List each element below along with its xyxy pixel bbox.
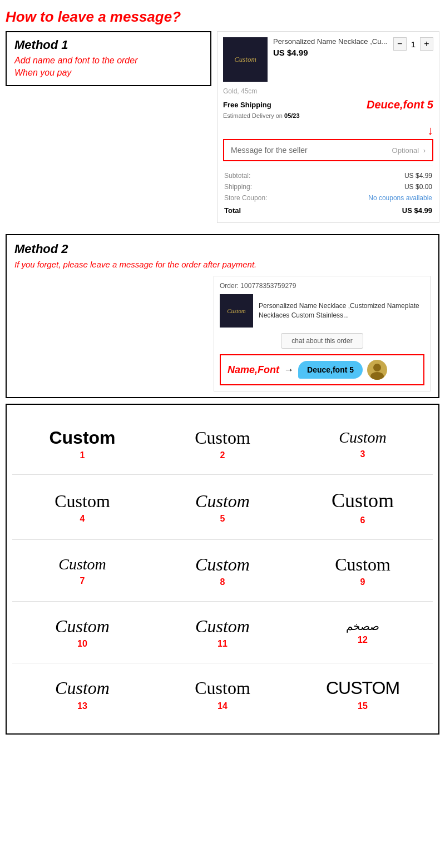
coupon-label: Store Coupon: (224, 193, 308, 203)
qty-value: 1 (411, 39, 416, 49)
free-shipping-label: Free Shipping (223, 101, 271, 109)
font-number-12: 12 (358, 635, 368, 645)
order-id-row: Order: 100778353759279 (220, 282, 424, 290)
order-img-text: Custom (227, 307, 246, 314)
qty-increase-button[interactable]: + (420, 37, 433, 51)
order-product-name: Personalized Name Necklace ,Customized N… (259, 301, 424, 320)
font-grid: Custom 1 Custom 2 Custom 3 Custom 4 Cust… (12, 416, 433, 722)
font-cell-9: Custom 9 (293, 543, 433, 598)
chat-btn-row: chat about this order (220, 333, 424, 349)
font-cell-11: Custom 11 (152, 604, 293, 660)
font-number-3: 3 (360, 449, 365, 459)
font-number-5: 5 (220, 514, 225, 524)
font-cell-7: Custom 7 (12, 543, 152, 598)
font-sample-14: Custom (195, 677, 250, 698)
estimated-delivery: Estimated Delivery on 05/23 (223, 112, 433, 119)
method2-desc: If you forget, please leave a message fo… (14, 260, 431, 269)
section1-body: Method 1 Add name and font to the order … (6, 31, 439, 223)
section1-how-to: How to leave a message? Method 1 Add nam… (0, 0, 445, 229)
font-number-13: 13 (77, 701, 87, 711)
font-cell-8: Custom 8 (152, 543, 293, 598)
divider-1 (12, 474, 433, 475)
font-sample-3: Custom (339, 428, 387, 447)
font-sample-7: Custom (58, 555, 106, 574)
order-product-thumbnail: Custom (220, 294, 253, 328)
font-number-8: 8 (220, 577, 225, 587)
name-font-label: Name,Font (228, 364, 279, 376)
divider-3 (12, 601, 433, 602)
font-cell-3: Custom 3 (293, 416, 433, 472)
font-cell-1: Custom 1 (12, 416, 152, 472)
quantity-row: − 1 + (393, 37, 433, 51)
subtotal-value: US $4.99 (309, 171, 432, 181)
font-sample-13: Custom (55, 677, 110, 698)
font-cell-6: Custom 6 (293, 478, 433, 536)
font-number-6: 6 (360, 515, 365, 525)
font-cell-10: Custom 10 (12, 604, 152, 660)
font-sample-6: Custom (332, 489, 394, 513)
product-name: Personalized Name Necklace ,Cu... (273, 37, 388, 46)
arrow-indicator: ↓ (223, 123, 433, 138)
method1-desc: Add name and font to the order When you … (14, 54, 202, 80)
font-number-1: 1 (80, 450, 85, 460)
name-font-row: Name,Font → Deuce,font 5 (220, 354, 424, 385)
font-number-9: 9 (360, 577, 365, 587)
svg-point-0 (373, 364, 381, 371)
how-to-title: How to leave a message? (6, 8, 439, 26)
arrow-icon: → (284, 364, 294, 376)
font-cell-14: Custom 14 (152, 666, 293, 722)
font-number-11: 11 (217, 639, 228, 649)
chat-bubble: Deuce,font 5 (298, 361, 363, 379)
cart-product-row: Custom Personalized Name Necklace ,Cu...… (223, 37, 433, 82)
font-number-10: 10 (77, 639, 87, 649)
divider-4 (12, 663, 433, 663)
font-cell-4: Custom 4 (12, 478, 152, 536)
subtotal-label: Subtotal: (224, 171, 308, 181)
svg-point-1 (370, 372, 384, 380)
font-number-4: 4 (80, 514, 85, 524)
product-price: US $4.99 (273, 48, 388, 57)
font-sample-10: Custom (55, 616, 110, 637)
font-sample-11: Custom (195, 616, 250, 637)
font-sample-5: Custom (195, 490, 250, 512)
totals-table: Subtotal: US $4.99 Shipping: US $0.00 St… (223, 170, 433, 217)
shipping-value: US $0.00 (309, 182, 432, 192)
font-number-15: 15 (358, 701, 368, 711)
coupon-value: No coupons available (309, 193, 432, 203)
font-sample-2: Custom (195, 427, 250, 448)
font-number-2: 2 (220, 450, 225, 460)
message-box[interactable]: Message for the seller Optional › (223, 139, 433, 161)
chat-about-order-button[interactable]: chat about this order (281, 333, 363, 349)
message-optional: Optional › (392, 146, 426, 155)
message-label: Message for the seller (231, 146, 308, 155)
font-sample-8: Custom (195, 554, 250, 575)
chevron-right-icon: › (423, 146, 426, 155)
shipping-row: Free Shipping Deuce,font 5 (223, 98, 433, 111)
total-label: Total (224, 204, 308, 216)
font-cell-15: CUSTOM 15 (293, 666, 433, 722)
font-number-7: 7 (80, 576, 85, 586)
product-img-text: Custom (234, 55, 256, 64)
cart-variant: Gold, 45cm (223, 87, 433, 95)
font-cell-12: صصخم 12 (293, 604, 433, 660)
cart-product-info: Personalized Name Necklace ,Cu... US $4.… (273, 37, 388, 57)
font-cell-13: Custom 13 (12, 666, 152, 722)
total-value: US $4.99 (309, 204, 432, 216)
font-cell-5: Custom 5 (152, 478, 293, 536)
font-sample-4: Custom (55, 490, 110, 512)
avatar (367, 360, 387, 380)
order-product-row: Custom Personalized Name Necklace ,Custo… (220, 294, 424, 328)
method1-box: Method 1 Add name and font to the order … (6, 31, 211, 86)
section2-method2: Method 2 If you forget, please leave a m… (6, 234, 439, 398)
font-sample-12: صصخم (346, 619, 379, 633)
qty-decrease-button[interactable]: − (393, 37, 407, 51)
method2-title: Method 2 (14, 242, 431, 256)
order-panel: Order: 100778353759279 Custom Personaliz… (214, 276, 431, 391)
order-panel-wrapper: Order: 100778353759279 Custom Personaliz… (14, 276, 431, 397)
cart-panel: Custom Personalized Name Necklace ,Cu...… (217, 31, 439, 223)
method1-title: Method 1 (14, 38, 202, 52)
deuce-font-label: Deuce,font 5 (367, 98, 433, 111)
font-sample-1: Custom (49, 427, 115, 448)
divider-2 (12, 539, 433, 540)
font-sample-15: CUSTOM (326, 677, 399, 698)
